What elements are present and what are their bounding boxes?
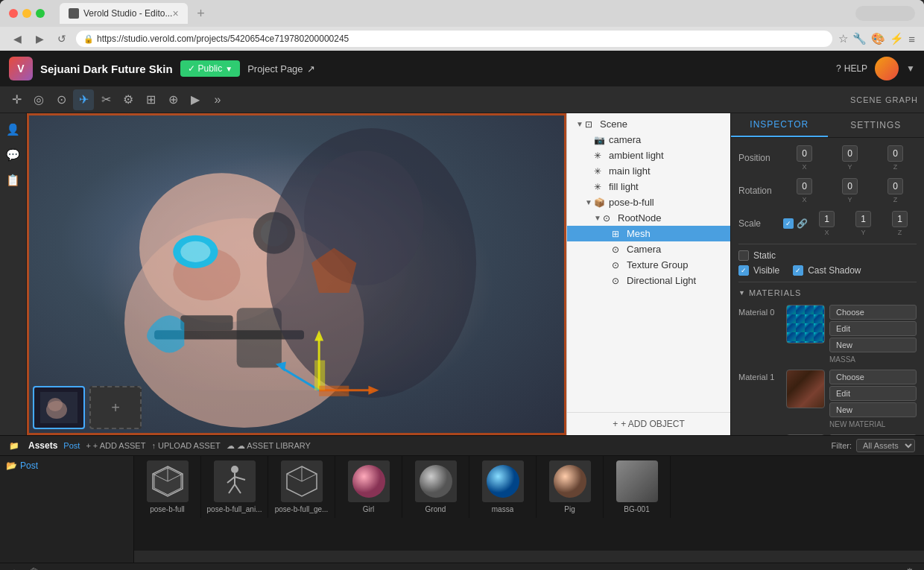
material-0-new-button[interactable]: New xyxy=(829,338,917,352)
toolbar-move-icon[interactable]: ✛ xyxy=(6,89,27,110)
minimize-window-button[interactable] xyxy=(22,9,31,18)
asset-item-pig[interactable]: Pig xyxy=(537,456,604,518)
tree-texture-group-item[interactable]: ⊙ Texture Group xyxy=(567,257,730,273)
filter-select[interactable]: All Assets xyxy=(856,439,915,452)
material-1-edit-button[interactable]: Edit xyxy=(829,386,917,401)
tab-settings[interactable]: SETTINGS xyxy=(828,113,925,137)
rotation-x-value[interactable]: 0 xyxy=(797,178,812,194)
active-tab[interactable]: Verold Studio - Edito... × xyxy=(60,3,188,24)
extension-icon-1[interactable]: 🔧 xyxy=(852,32,867,45)
tree-camera2-item[interactable]: ⊙ Camera xyxy=(567,241,730,257)
asset-item-grond[interactable]: Grond xyxy=(402,456,469,518)
material-2-choose-button[interactable]: Choose xyxy=(829,434,917,435)
asset-item-pose-b-full-ani[interactable]: pose-b-full_ani... xyxy=(201,456,268,518)
scale-y-value[interactable]: 1 xyxy=(855,211,871,227)
sidebar-user-icon[interactable]: 👤 xyxy=(3,119,24,140)
refresh-button[interactable]: ↺ xyxy=(54,31,70,47)
scene-root-item[interactable]: ▼ ⊡ Scene xyxy=(567,116,730,132)
position-y-value[interactable]: 0 xyxy=(842,145,858,162)
asset-item-bg001[interactable]: BG-001 xyxy=(604,456,671,518)
toolbar-settings-icon[interactable]: ⚙ xyxy=(118,89,139,110)
address-bar[interactable]: 🔒 https://studio.verold.com/projects/542… xyxy=(76,31,832,47)
cast-shadow-checkbox[interactable]: ✓ xyxy=(793,265,803,276)
help-button[interactable]: ? HELP xyxy=(836,63,867,74)
position-x-value[interactable]: 0 xyxy=(797,145,812,162)
scene-graph-panel: ▼ ⊡ Scene 📷 camera ✳ ambient light xyxy=(566,113,730,435)
viewport-thumbnail-main[interactable] xyxy=(33,386,85,429)
toolbar-fly-icon[interactable]: ✈ xyxy=(73,89,94,110)
toolbar-grid-icon[interactable]: ⊞ xyxy=(140,89,161,110)
tree-camera-item[interactable]: 📷 camera xyxy=(567,132,730,148)
toolbar-orbit-icon[interactable]: ◎ xyxy=(28,89,49,110)
add-item-button[interactable]: + xyxy=(6,563,22,570)
filter-label: Filter: xyxy=(832,441,852,450)
extension-icon-3[interactable]: ⚡ xyxy=(890,32,904,45)
menu-icon[interactable]: ≡ xyxy=(908,32,915,45)
bookmark-icon[interactable]: ☆ xyxy=(838,32,848,45)
close-window-button[interactable] xyxy=(9,9,18,18)
assets-folder-label[interactable]: Post xyxy=(63,441,80,450)
scale-link-icon[interactable]: 🔗 xyxy=(797,218,807,229)
tree-arrow-root: ▼ xyxy=(594,214,603,222)
runner-icon xyxy=(214,460,256,502)
new-tab-button[interactable]: + xyxy=(191,3,212,24)
back-button[interactable]: ◀ xyxy=(9,31,25,47)
material-0-edit-button[interactable]: Edit xyxy=(829,321,917,336)
sidebar-chat-icon[interactable]: 💬 xyxy=(3,145,24,165)
tree-pose-item[interactable]: ▼ 📦 pose-b-full xyxy=(567,194,730,210)
add-asset-button[interactable]: + + ADD ASSET xyxy=(86,441,145,450)
edit-item-button[interactable]: ✏ xyxy=(45,563,61,570)
add-viewport-button[interactable]: + xyxy=(89,386,142,429)
viewport[interactable]: + xyxy=(27,113,566,435)
assets-grid: pose-b-full xyxy=(134,456,924,563)
toolbar-sculpt-icon[interactable]: ✂ xyxy=(95,89,116,110)
scale-z-value[interactable]: 1 xyxy=(892,211,908,227)
asset-thumb-pose-b-full xyxy=(147,460,189,502)
material-0-choose-button[interactable]: Choose xyxy=(829,305,917,320)
asset-item-girl[interactable]: Girl xyxy=(335,456,402,518)
tree-main-light-item[interactable]: ✳ main light xyxy=(567,163,730,179)
tree-mesh-item[interactable]: ⊞ Mesh xyxy=(567,226,730,241)
sidebar-notes-icon[interactable]: 📋 xyxy=(3,170,24,191)
add-object-button[interactable]: + + ADD OBJECT xyxy=(613,419,685,429)
toolbar-more-icon[interactable]: » xyxy=(207,89,228,110)
forward-button[interactable]: ▶ xyxy=(31,31,48,47)
fill-light-label: fill light xyxy=(609,181,724,192)
static-checkbox[interactable] xyxy=(738,250,749,261)
material-1-new-button[interactable]: New xyxy=(829,402,917,417)
rotation-z-value[interactable]: 0 xyxy=(887,178,903,194)
folder-icon: 📁 xyxy=(9,441,19,451)
position-z-value[interactable]: 0 xyxy=(887,145,903,162)
rotation-y-value[interactable]: 0 xyxy=(842,178,858,194)
tab-inspector[interactable]: INSPECTOR xyxy=(731,113,828,137)
scale-x-value[interactable]: 1 xyxy=(819,211,835,227)
tree-arrow-pose: ▼ xyxy=(585,198,594,206)
extension-icon-2[interactable]: 🎨 xyxy=(871,32,885,45)
texture-group-label: Texture Group xyxy=(627,259,724,270)
delete-item-button[interactable]: 🗑 xyxy=(25,563,42,570)
assets-folder-item[interactable]: 📂 Post xyxy=(3,459,130,472)
tree-fill-light-item[interactable]: ✳ fill light xyxy=(567,179,730,194)
user-avatar[interactable] xyxy=(875,57,899,80)
toolbar-target-icon[interactable]: ⊙ xyxy=(51,89,72,110)
tree-rootnode-item[interactable]: ▼ ⊙ RootNode xyxy=(567,210,730,226)
tab-close-button[interactable]: × xyxy=(172,7,178,19)
asset-item-pose-b-full[interactable]: pose-b-full xyxy=(134,456,201,518)
asset-item-pose-b-full-ge[interactable]: pose-b-full_ge... xyxy=(268,456,335,518)
project-page-button[interactable]: Project Page ↗ xyxy=(247,63,314,75)
fullscreen-window-button[interactable] xyxy=(36,9,45,18)
visible-checkbox[interactable]: ✓ xyxy=(738,265,749,276)
browser-action-icons: ☆ 🔧 🎨 ⚡ ≡ xyxy=(838,32,915,45)
scene-settings-button[interactable]: ⚙ xyxy=(902,563,918,570)
upload-asset-button[interactable]: ↑ UPLOAD ASSET xyxy=(151,441,220,450)
scale-lock-checkbox[interactable]: ✓ xyxy=(783,218,794,229)
user-menu-arrow[interactable]: ▼ xyxy=(906,63,915,74)
asset-library-button[interactable]: ☁ ☁ ASSET LIBRARY xyxy=(227,441,311,451)
tree-ambient-light-item[interactable]: ✳ ambient light xyxy=(567,148,730,163)
toolbar-world-icon[interactable]: ⊕ xyxy=(162,89,183,110)
tree-directional-light-item[interactable]: ⊙ Directional Light xyxy=(567,273,730,288)
material-1-choose-button[interactable]: Choose xyxy=(829,370,917,384)
visibility-button[interactable]: ✓ Public ▼ xyxy=(180,60,241,77)
asset-item-massa[interactable]: massa xyxy=(469,456,537,518)
toolbar-play-button[interactable]: ▶ xyxy=(185,89,206,110)
